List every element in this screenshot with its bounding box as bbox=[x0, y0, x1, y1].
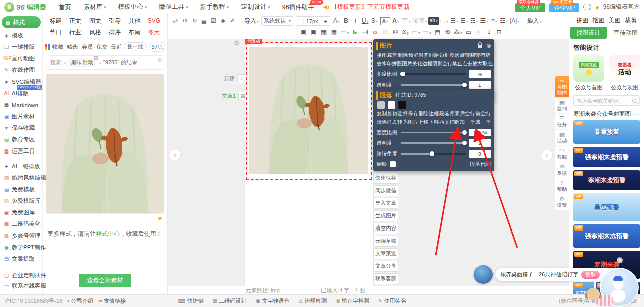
insert-image-icon[interactable]: ▣ bbox=[299, 27, 308, 38]
image-action-link[interactable]: 边框 bbox=[439, 52, 449, 59]
sidebar-item-enterprise-plugin[interactable]: ▢ 企业定制插件 bbox=[0, 269, 42, 280]
tab-find-image-design[interactable]: 找图设计 bbox=[570, 27, 607, 39]
refresh-batch-button[interactable]: 换一批 bbox=[124, 42, 147, 51]
first-indent-icon[interactable]: ⊣I bbox=[360, 27, 370, 38]
violation-check-tool[interactable]: ⚠ 违规检测 bbox=[298, 297, 327, 305]
official-account-link[interactable]: 96编辑器官方 bbox=[603, 3, 640, 11]
category-tab[interactable]: 标题 bbox=[46, 15, 65, 26]
sidebar-item-operation-tools[interactable]: ▦ 运营工具 bbox=[0, 145, 42, 157]
strip-events[interactable]: ▩ 活动 bbox=[555, 130, 569, 146]
generate-image-button[interactable]: 生成图片 bbox=[373, 210, 398, 221]
category-tab[interactable]: 排序 bbox=[105, 27, 125, 38]
image-action-link[interactable]: 图形 bbox=[450, 52, 460, 59]
article-image[interactable] bbox=[249, 47, 368, 174]
search-icon[interactable] bbox=[158, 45, 162, 49]
superscript-icon[interactable]: X² bbox=[390, 27, 400, 38]
gear-icon[interactable]: ⚙ bbox=[234, 39, 240, 47]
category-tab[interactable]: 风格 bbox=[85, 27, 105, 38]
import-doc-icon[interactable]: ▤ bbox=[199, 16, 209, 26]
style-filter-link[interactable]: 精选 bbox=[67, 43, 78, 51]
symbol-icon[interactable]: ⁂ bbox=[453, 27, 463, 38]
highlight-icon[interactable]: ab bbox=[428, 17, 439, 25]
strip-tasks[interactable]: ☰ 任务 bbox=[555, 114, 569, 130]
cover-banner-thumbnail[interactable]: VIP 强寒潮来袭预警 bbox=[573, 147, 640, 167]
search-icon[interactable] bbox=[632, 99, 636, 103]
font-size-minus[interactable]: - bbox=[296, 18, 303, 24]
qrcode-design-tool[interactable]: ▦ 二维码设计 bbox=[213, 297, 247, 305]
gray-swatch[interactable] bbox=[377, 101, 385, 109]
width-ratio-input[interactable] bbox=[469, 70, 491, 78]
mini-banner-thumbnail[interactable]: VIP bbox=[619, 282, 640, 294]
paragraph-action-link[interactable]: 减一个 bbox=[475, 119, 491, 126]
image-action-link[interactable]: 旋转翻转 bbox=[460, 52, 480, 59]
announcement-link[interactable]: ◀) 【模板更新】下元节模板更新 bbox=[323, 3, 410, 11]
opacity-input[interactable] bbox=[469, 139, 491, 147]
article-share-button[interactable]: 文章分享 bbox=[373, 261, 398, 272]
reflection-checkbox[interactable] bbox=[390, 161, 396, 167]
paragraph-action-link[interactable]: 边框 bbox=[429, 110, 439, 117]
sidebar-item-online-drawing[interactable]: ✎ 在线作图 bbox=[0, 64, 42, 76]
sidebar-item-ai-layout[interactable]: AI AI排版 DeepSeek版 bbox=[0, 88, 42, 99]
sidebar-item-copy-extract[interactable]: ▤ 文案提取 bbox=[0, 253, 42, 265]
nav-menu-item[interactable]: 新手教程 bbox=[195, 0, 235, 14]
style-search-input[interactable] bbox=[152, 44, 158, 50]
sidebar-item-ai-one-click[interactable]: ✦ AI一键排版 bbox=[0, 161, 42, 172]
image-action-link[interactable]: 禁止点击放大 bbox=[452, 60, 482, 67]
background-icon[interactable]: ▦ bbox=[319, 27, 329, 38]
width-ratio-input[interactable] bbox=[469, 129, 491, 136]
opacity-slider[interactable] bbox=[401, 142, 466, 144]
font-color-icon[interactable]: A bbox=[332, 16, 341, 27]
paragraph-action-link[interactable]: 复制 bbox=[377, 110, 387, 117]
document-page[interactable]: ※拖动 bbox=[245, 42, 373, 286]
strikethrough-icon[interactable]: S bbox=[370, 16, 379, 27]
category-tab[interactable]: 冬天 bbox=[144, 27, 164, 38]
paragraph-action-link[interactable]: 下移 bbox=[429, 119, 439, 126]
sidebar-item-simple-style[interactable]: ▨ 简约风格编辑 bbox=[0, 172, 42, 184]
nav-menu-item[interactable]: 定制设计 bbox=[235, 0, 276, 14]
category-tab[interactable]: SVG bbox=[144, 15, 164, 26]
text-to-speech-tool[interactable]: ▣ 文字转语音 bbox=[256, 297, 289, 305]
category-tab[interactable]: 引导 bbox=[105, 15, 125, 26]
sidebar-item-qrcode-beautify[interactable]: ▩ 二维码美化 bbox=[0, 218, 42, 230]
nav-menu-item[interactable]: 微信工具 bbox=[153, 0, 194, 14]
typo-check-tool[interactable]: ⊗ 错别字检测 bbox=[336, 297, 369, 305]
align-center-icon[interactable]: ☰ bbox=[459, 16, 469, 27]
image-gallery-icon[interactable]: ▣ bbox=[309, 27, 318, 38]
vertical-text-icon[interactable]: 平 bbox=[401, 16, 412, 27]
paragraph-action-link[interactable]: 背景 bbox=[450, 110, 460, 117]
style-filter-link[interactable]: 收藏 bbox=[52, 43, 63, 51]
view-all-materials-button[interactable]: 查看全部素材 bbox=[79, 274, 131, 287]
image-action-link[interactable]: 预览 bbox=[408, 52, 418, 59]
section-more-icon[interactable]: ··· bbox=[633, 111, 640, 117]
category-tab[interactable]: 正文 bbox=[65, 15, 85, 26]
align-justify-icon[interactable]: ☰ bbox=[479, 16, 490, 27]
category-tab[interactable]: 其他 bbox=[125, 15, 144, 26]
cover-banner-thumbnail[interactable]: VIP 强寒潮来冻预警 bbox=[573, 224, 640, 248]
import-menu[interactable]: 导入 bbox=[243, 16, 260, 27]
image-action-link[interactable]: 边框阴影 bbox=[422, 60, 442, 67]
rotate-angle-input[interactable] bbox=[469, 150, 491, 158]
nav-menu-item[interactable]: 素材库 bbox=[78, 0, 112, 14]
unlink-icon[interactable]: ∅ bbox=[380, 27, 390, 38]
tooltip-close-icon[interactable]: ✕ bbox=[617, 257, 623, 263]
import-article-button[interactable]: 导入文章 bbox=[373, 198, 398, 209]
white-swatch[interactable] bbox=[388, 101, 395, 109]
style-filter-link[interactable]: 会员 bbox=[82, 43, 93, 51]
image-action-link[interactable]: 取色 bbox=[482, 60, 493, 67]
hotkeys-tool[interactable]: ⌨ 快捷键 bbox=[178, 297, 203, 305]
image-tool-link[interactable]: 裁剪 bbox=[625, 16, 637, 25]
format-clean-icon[interactable]: ✐ bbox=[228, 16, 237, 26]
sidebar-item-free-template-lib[interactable]: ▧ 免费模版库 bbox=[0, 195, 42, 207]
category-tab[interactable]: 节日 bbox=[46, 27, 65, 38]
sidebar-item-markdown[interactable]: ▦ Markdown bbox=[0, 99, 42, 111]
paste-icon[interactable]: ▤ bbox=[433, 27, 442, 38]
close-icon[interactable]: ⊗ bbox=[486, 43, 491, 49]
signature-tool[interactable]: ✎ 使用签名 bbox=[378, 297, 406, 305]
style-center-link[interactable]: 样式中心 bbox=[96, 230, 120, 237]
paragraph-action-link[interactable]: 前空行 bbox=[475, 110, 491, 117]
font-family-select[interactable]: 系统默认▾ bbox=[261, 16, 293, 26]
mini-banner-thumbnail[interactable]: VIP暴雪预警 bbox=[573, 282, 594, 294]
pet-avatar[interactable] bbox=[474, 265, 493, 284]
image-action-link[interactable]: 换图 bbox=[377, 52, 387, 59]
text-direction-icon[interactable]: I▸ bbox=[350, 27, 360, 38]
